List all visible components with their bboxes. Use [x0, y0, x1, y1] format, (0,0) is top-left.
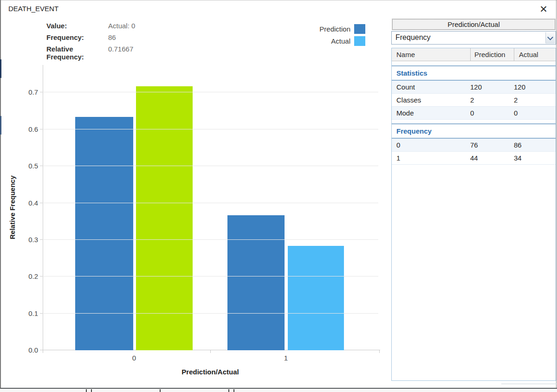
close-icon[interactable]: ✕: [535, 2, 552, 17]
y-tick-mark: [40, 313, 43, 314]
cell-prediction: 44: [470, 152, 514, 164]
background-app-edge: [160, 389, 161, 392]
column-header-prediction: Prediction: [470, 48, 514, 61]
cell-name: Count: [392, 81, 470, 93]
table-row[interactable]: 1 44 34: [392, 152, 556, 165]
bar-prediction-0[interactable]: [75, 117, 133, 350]
y-tick-label: 0.0: [17, 347, 38, 354]
x-tick-mark: [210, 350, 211, 353]
background-app-edge: [0, 59, 1, 78]
background-app-edge: [0, 389, 557, 392]
tooltip-label: Frequency:: [46, 33, 108, 43]
table-row[interactable]: 0 76 86: [392, 139, 556, 152]
dialog-right-border: [556, 0, 557, 388]
window-title: DEATH_EVENT: [8, 5, 58, 13]
legend-swatch-prediction[interactable]: [354, 24, 365, 34]
cell-prediction: 2: [470, 94, 514, 106]
y-tick-label: 0.3: [17, 236, 38, 244]
cell-name: Mode: [392, 107, 470, 119]
bar-chart-plot-area: 0 1 0.00.10.20.30.40.50.60.7: [43, 65, 380, 350]
table-spacer: [392, 120, 556, 123]
x-axis-title: Prediction/Actual: [141, 368, 280, 376]
y-gridline: [43, 166, 378, 166]
cell-name: 0: [392, 139, 470, 151]
tooltip-row-frequency: Frequency: 86: [46, 33, 223, 43]
legend-item-actual[interactable]: Actual: [297, 37, 350, 46]
cell-name: 1: [392, 152, 470, 164]
x-category-label-1: 1: [277, 354, 295, 362]
y-tick-mark: [40, 203, 43, 203]
background-app-edge: [233, 389, 234, 392]
cell-actual: 120: [514, 81, 556, 93]
y-tick-label: 0.5: [17, 162, 38, 170]
column-header-actual: Actual: [514, 48, 556, 61]
tooltip-value: 86: [108, 33, 116, 43]
tooltip-value: Actual: 0: [108, 22, 135, 31]
chevron-down-icon: [547, 34, 553, 40]
bar-actual-1[interactable]: [288, 246, 344, 350]
cell-actual: 86: [514, 139, 556, 151]
y-gridline: [43, 203, 378, 203]
dropdown-selected-value: Frequency: [395, 33, 431, 42]
y-axis-title: Relative Frequency: [8, 138, 18, 277]
table-header-row: Name Prediction Actual: [392, 48, 556, 61]
cell-actual: 34: [514, 152, 556, 164]
y-gridline: [43, 239, 378, 240]
y-tick-label: 0.1: [17, 310, 38, 317]
bar-actual-0-highlighted[interactable]: [136, 86, 193, 350]
background-app-edge: [91, 389, 92, 392]
statistic-dropdown[interactable]: Frequency: [391, 31, 556, 45]
prediction-actual-button[interactable]: Prediction/Actual: [392, 19, 555, 30]
x-tick-mark: [379, 350, 380, 353]
legend-item-prediction[interactable]: Prediction: [297, 25, 350, 34]
tooltip-label: Value:: [46, 22, 108, 31]
cell-prediction: 0: [470, 107, 514, 119]
x-tick-mark: [43, 350, 43, 353]
y-tick-mark: [40, 92, 43, 92]
tooltip-row-relative-frequency: Relative Frequency: 0.71667: [46, 45, 223, 54]
cell-actual: 2: [514, 94, 556, 106]
stats-table: Name Prediction Actual Statistics Count …: [391, 48, 556, 381]
bar-prediction-1[interactable]: [227, 215, 285, 350]
x-category-label-0: 0: [125, 354, 143, 362]
cell-name: Classes: [392, 94, 470, 106]
cell-actual: 0: [514, 107, 556, 119]
dialog-top-border: [0, 0, 557, 0]
y-gridline: [43, 276, 378, 276]
cell-prediction: 120: [470, 81, 514, 93]
y-tick-label: 0.4: [17, 199, 38, 207]
tooltip-label: Relative Frequency:: [46, 45, 108, 54]
dialog-left-border: [0, 0, 1, 388]
table-row[interactable]: Classes 2 2: [392, 94, 556, 107]
section-header-frequency: Frequency: [392, 123, 556, 139]
table-spacer: [392, 61, 556, 65]
histogram-dialog: DEATH_EVENT ✕ Value: Actual: 0 Frequency…: [0, 0, 557, 392]
y-tick-label: 0.7: [17, 89, 38, 96]
y-tick-mark: [40, 166, 43, 166]
cell-prediction: 76: [470, 139, 514, 151]
y-gridline: [43, 92, 378, 92]
dropdown-button[interactable]: [545, 32, 555, 44]
y-tick-mark: [40, 239, 43, 240]
y-tick-mark: [40, 129, 43, 129]
column-header-name: Name: [392, 48, 470, 61]
background-app-edge: [0, 116, 1, 135]
tooltip-row-value: Value: Actual: 0: [46, 22, 223, 31]
y-gridline: [43, 129, 378, 129]
background-app-edge: [501, 384, 557, 384]
legend-swatch-actual[interactable]: [354, 36, 365, 46]
tooltip-value: 0.71667: [108, 45, 133, 54]
y-axis-line: [43, 65, 43, 350]
background-app-edge: [228, 389, 229, 392]
y-tick-mark: [40, 276, 43, 276]
y-gridline: [43, 313, 378, 314]
y-tick-label: 0.6: [17, 126, 38, 133]
table-row[interactable]: Count 120 120: [392, 81, 556, 94]
y-tick-label: 0.2: [17, 273, 38, 280]
background-app-edge: [86, 389, 87, 392]
y-tick-mark: [40, 350, 43, 350]
section-header-statistics: Statistics: [392, 65, 556, 81]
table-row[interactable]: Mode 0 0: [392, 107, 556, 120]
